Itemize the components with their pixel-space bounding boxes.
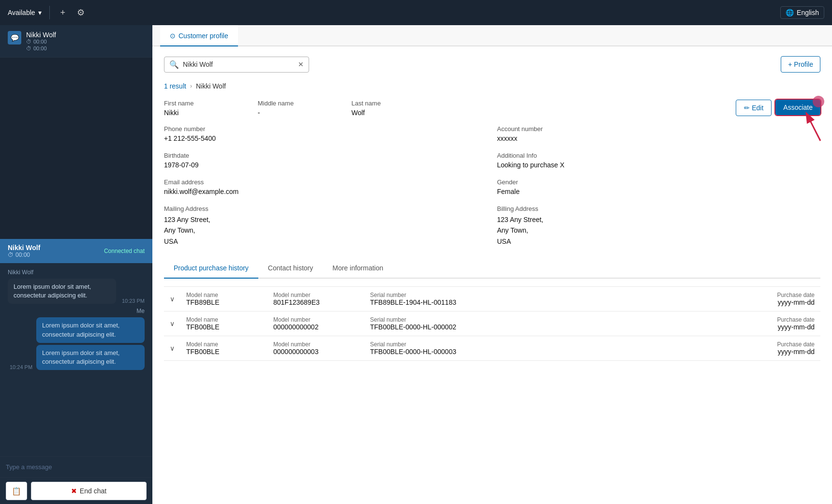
attach-button[interactable]: 📋 bbox=[6, 482, 27, 500]
phone-value: +1 212-555-5400 bbox=[164, 134, 488, 142]
active-chat-name: Nikki Wolf bbox=[8, 244, 40, 252]
middle-name-value: - bbox=[258, 109, 342, 117]
expand-row-3[interactable]: ∨ bbox=[164, 336, 180, 361]
email-gender-row: Email address nikki.wolf@example.com Gen… bbox=[164, 178, 820, 195]
date-label-3: Purchase date bbox=[749, 341, 815, 348]
model-number-label-2: Model number bbox=[273, 316, 358, 323]
phone-label: Phone number bbox=[164, 125, 488, 133]
end-chat-icon: ✖ bbox=[71, 487, 77, 495]
panel-content: 🔍 ✕ + Profile 1 result › Nikki Wolf bbox=[152, 46, 832, 504]
email-label: Email address bbox=[164, 178, 488, 186]
breadcrumb-separator: › bbox=[190, 83, 192, 89]
mailing-field: Mailing Address 123 Any Street,Any Town,… bbox=[164, 205, 488, 247]
clock-icon: ⏱ bbox=[26, 39, 31, 44]
middle-name-field: Middle name - bbox=[258, 100, 342, 117]
end-chat-button[interactable]: ✖ End chat bbox=[31, 482, 147, 500]
tab-icon: ⊙ bbox=[170, 32, 176, 40]
expand-row-1[interactable]: ∨ bbox=[164, 287, 180, 311]
date-label-2: Purchase date bbox=[749, 316, 815, 323]
chat-name: Nikki Wolf bbox=[26, 31, 145, 39]
bottom-tabs: Product purchase history Contact history… bbox=[164, 258, 820, 279]
search-box: 🔍 ✕ bbox=[164, 57, 309, 73]
product-row-3: ∨ Model name TFB00BLE Model number 00000… bbox=[164, 336, 820, 361]
tab-product-history[interactable]: Product purchase history bbox=[164, 258, 258, 279]
clock2-icon: ⏱ bbox=[26, 45, 31, 51]
serial-2: TFB00BLE-0000-HL-000002 bbox=[370, 323, 737, 331]
add-profile-button[interactable]: + Profile bbox=[781, 56, 820, 73]
msg-time-1: 10:23 PM bbox=[122, 298, 145, 304]
details-left: First name Nikki Middle name - Last name… bbox=[164, 100, 716, 125]
search-clear-button[interactable]: ✕ bbox=[298, 60, 304, 68]
last-name-value: Wolf bbox=[351, 109, 435, 117]
panel-tabs: ⊙ Customer profile bbox=[152, 25, 832, 46]
msg-row-1: Lorem ipsum dolor sit amet, consectetur … bbox=[8, 279, 145, 304]
globe-icon: 🌐 bbox=[786, 9, 794, 16]
tab-more-info[interactable]: More information bbox=[323, 258, 393, 279]
gender-value: Female bbox=[497, 188, 821, 195]
model-number-3: 000000000003 bbox=[273, 348, 358, 356]
phone-account-row: Phone number +1 212-555-5400 Account num… bbox=[164, 125, 820, 142]
gender-label: Gender bbox=[497, 178, 821, 186]
first-name-value: Nikki bbox=[164, 109, 248, 117]
chat-info: Nikki Wolf ⏱ 00:00 ⏱ 00:00 bbox=[26, 31, 145, 51]
chat-time-2: ⏱ 00:00 bbox=[26, 45, 145, 51]
language-label: English bbox=[797, 9, 819, 16]
right-panel: ⊙ Customer profile 🔍 ✕ + Profile 1 resul… bbox=[152, 25, 832, 504]
product-table: ∨ Model name TFB89BLE Model number 801F1… bbox=[164, 286, 820, 361]
address-row: Mailing Address 123 Any Street,Any Town,… bbox=[164, 205, 820, 247]
message-group-2: Me 10:24 PM Lorem ipsum dolor sit amet, … bbox=[8, 308, 145, 370]
model-number-label-3: Model number bbox=[273, 341, 358, 348]
clock-active-icon: ⏱ bbox=[8, 252, 14, 258]
serial-label-3: Serial number bbox=[370, 341, 737, 348]
chat-times: ⏱ 00:00 ⏱ 00:00 bbox=[26, 39, 145, 51]
additional-label: Additional Info bbox=[497, 152, 821, 159]
status-selector[interactable]: Available ▾ bbox=[8, 9, 42, 16]
language-selector[interactable]: 🌐 English bbox=[780, 6, 824, 19]
tab-contact-history[interactable]: Contact history bbox=[258, 258, 323, 279]
msg-bubble-1: Lorem ipsum dolor sit amet, consectetur … bbox=[8, 279, 116, 304]
msg-sender-1: Nikki Wolf bbox=[8, 269, 145, 276]
date-2: yyyy-mm-dd bbox=[749, 323, 815, 331]
edit-button[interactable]: ✏ Edit bbox=[736, 100, 772, 116]
sidebar-empty bbox=[0, 58, 152, 239]
msg-bubble-2b: Lorem ipsum dolor sit amet, consectetur … bbox=[36, 345, 145, 370]
breadcrumb-result[interactable]: 1 result bbox=[164, 82, 186, 90]
search-input[interactable] bbox=[183, 60, 294, 68]
tab-customer-profile[interactable]: ⊙ Customer profile bbox=[160, 25, 238, 46]
last-name-label: Last name bbox=[351, 100, 435, 107]
status-label: Available bbox=[8, 9, 35, 16]
topbar: Available ▾ + ⚙ 🌐 English bbox=[0, 0, 832, 25]
message-group-1: Nikki Wolf Lorem ipsum dolor sit amet, c… bbox=[8, 269, 145, 304]
serial-1: TFB89BLE-1904-HL-001183 bbox=[370, 298, 737, 306]
phone-field: Phone number +1 212-555-5400 bbox=[164, 125, 488, 142]
add-button[interactable]: + bbox=[58, 6, 69, 20]
msg-bubble-2a: Lorem ipsum dolor sit amet, consectetur … bbox=[36, 317, 145, 342]
expand-row-2[interactable]: ∨ bbox=[164, 311, 180, 336]
associate-button[interactable]: Associate bbox=[775, 100, 820, 115]
model-name-label-3: Model name bbox=[186, 341, 262, 348]
serial-label-1: Serial number bbox=[370, 292, 737, 298]
msg-time-2a: 10:24 PM bbox=[10, 364, 32, 370]
message-input[interactable] bbox=[6, 461, 147, 473]
chat-list-item[interactable]: 💬 Nikki Wolf ⏱ 00:00 ⏱ 00:00 bbox=[0, 25, 152, 58]
action-buttons: ✏ Edit Associate bbox=[736, 100, 820, 116]
account-field: Account number xxxxxx bbox=[497, 125, 821, 142]
main-layout: 💬 Nikki Wolf ⏱ 00:00 ⏱ 00:00 bbox=[0, 25, 832, 504]
date-label-1: Purchase date bbox=[749, 292, 815, 298]
customer-details: Phone number +1 212-555-5400 Account num… bbox=[164, 125, 820, 247]
chat-list: 💬 Nikki Wolf ⏱ 00:00 ⏱ 00:00 bbox=[0, 25, 152, 58]
msg-row-2a: 10:24 PM Lorem ipsum dolor sit amet, con… bbox=[8, 317, 145, 370]
search-icon: 🔍 bbox=[169, 60, 179, 69]
product-row-2: ∨ Model name TFB00BLE Model number 00000… bbox=[164, 311, 820, 336]
messages-area: Nikki Wolf Lorem ipsum dolor sit amet, c… bbox=[0, 263, 152, 456]
serial-label-2: Serial number bbox=[370, 316, 737, 323]
model-number-2: 000000000002 bbox=[273, 323, 358, 331]
connected-badge: Connected chat bbox=[104, 248, 145, 254]
sidebar: 💬 Nikki Wolf ⏱ 00:00 ⏱ 00:00 bbox=[0, 25, 152, 504]
model-number-label-1: Model number bbox=[273, 292, 358, 298]
chevron-down-icon: ▾ bbox=[38, 9, 42, 16]
product-row-1: ∨ Model name TFB89BLE Model number 801F1… bbox=[164, 287, 820, 311]
settings-button[interactable]: ⚙ bbox=[74, 5, 88, 20]
billing-value: 123 Any Street,Any Town,USA bbox=[497, 214, 821, 247]
birthdate-field: Birthdate 1978-07-09 bbox=[164, 152, 488, 169]
